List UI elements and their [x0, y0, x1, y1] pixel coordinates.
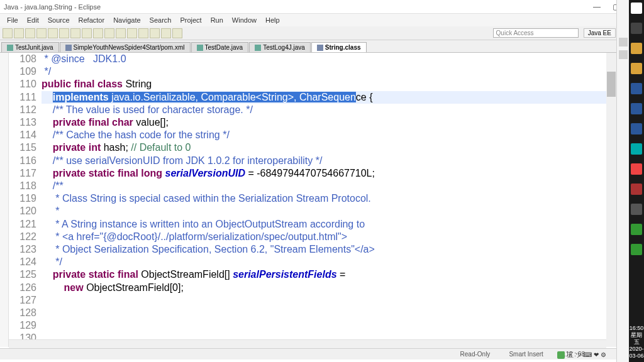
toolbar-button[interactable] [104, 28, 114, 38]
menu-bar: FileEditSourceRefactorNavigateSearchProj… [0, 14, 644, 26]
taskbar-icon[interactable] [631, 43, 642, 54]
toolbar: Quick Access Java EE Java [0, 26, 644, 40]
editor-tab[interactable]: TestJunit.java [1, 42, 59, 52]
menu-file[interactable]: File [3, 15, 23, 25]
status-insert: Smart Insert [509, 351, 543, 358]
ime-indicator[interactable]: 五 ツ ⌨ ❤ ⚙ [557, 351, 606, 359]
view-icon[interactable] [619, 50, 628, 59]
menu-navigate[interactable]: Navigate [109, 15, 145, 25]
menu-edit[interactable]: Edit [23, 15, 43, 25]
editor-tab[interactable]: SimpleYouthNewsSpider4Start/pom.xml [60, 42, 191, 52]
ime-icon [557, 351, 565, 359]
code-editor[interactable]: 1081091101111121131141151161171181191201… [0, 53, 616, 347]
toolbar-button[interactable] [116, 28, 126, 38]
taskbar-icon[interactable] [631, 224, 642, 235]
toolbar-button[interactable] [150, 28, 160, 38]
line-number-gutter: 1081091101111121131141151161171181191201… [9, 53, 42, 347]
taskbar-chrome-icon[interactable] [631, 163, 642, 175]
file-icon [317, 45, 323, 51]
menu-run[interactable]: Run [206, 15, 228, 25]
taskbar-icon[interactable] [631, 103, 642, 114]
editor-tabs: TestJunit.javaSimpleYouthNewsSpider4Star… [0, 40, 644, 53]
menu-refactor[interactable]: Refactor [74, 15, 109, 25]
file-icon [197, 45, 203, 51]
editor-tab[interactable]: String.class [311, 42, 367, 52]
taskbar-icon[interactable] [631, 83, 642, 94]
app-title: Java - java.lang.String - Eclipse [4, 3, 101, 11]
windows-taskbar: 16:50 星期五 2020-03-06 [629, 0, 644, 362]
toolbar-button[interactable] [14, 28, 24, 38]
taskbar-icon[interactable] [631, 123, 642, 134]
toolbar-button[interactable] [161, 28, 171, 38]
title-bar: Java - java.lang.String - Eclipse — ▢ ✕ [0, 0, 644, 14]
toolbar-button[interactable] [138, 28, 148, 38]
menu-help[interactable]: Help [261, 15, 284, 25]
view-icon[interactable] [619, 38, 628, 47]
minimize-button[interactable]: — [587, 0, 606, 14]
taskbar-icon[interactable] [631, 143, 642, 155]
perspective-javaee[interactable]: Java EE [584, 28, 616, 38]
toolbar-button[interactable] [93, 28, 103, 38]
editor-tab[interactable]: TestDate.java [191, 42, 249, 52]
toolbar-button[interactable] [172, 28, 182, 38]
toolbar-button[interactable] [70, 28, 80, 38]
right-trim-stack [616, 0, 629, 362]
toolbar-button[interactable] [82, 28, 92, 38]
toolbar-button[interactable] [36, 28, 47, 38]
tab-label: TestDate.java [205, 44, 243, 51]
status-bar: Read-Only Smart Insert 112 : 68 [0, 348, 616, 359]
vertical-ruler [0, 53, 9, 347]
tab-label: TestJunit.java [15, 44, 53, 51]
toolbar-button[interactable] [25, 28, 35, 38]
taskbar-icon[interactable] [631, 23, 642, 34]
tab-label: TestLog4J.java [263, 44, 305, 51]
file-icon [7, 45, 13, 51]
editor-tab[interactable]: TestLog4J.java [249, 42, 311, 52]
taskbar-icon[interactable] [631, 244, 642, 255]
taskbar-icon[interactable] [631, 63, 642, 74]
status-readonly: Read-Only [460, 351, 491, 358]
taskbar-icon[interactable] [631, 184, 642, 195]
file-icon [65, 45, 72, 51]
menu-window[interactable]: Window [228, 15, 261, 25]
horizontal-scrollbar[interactable] [9, 339, 606, 348]
menu-search[interactable]: Search [145, 15, 176, 25]
vertical-scrollbar[interactable] [606, 53, 616, 347]
toolbar-button[interactable] [59, 28, 69, 38]
menu-source[interactable]: Source [43, 15, 74, 25]
toolbar-button[interactable] [48, 28, 58, 38]
code-area[interactable]: * @since JDK1.0 */public final class Str… [42, 53, 616, 347]
quick-access-input[interactable]: Quick Access [493, 28, 579, 38]
toolbar-button[interactable] [127, 28, 137, 38]
scroll-thumb[interactable] [607, 72, 616, 97]
menu-project[interactable]: Project [175, 15, 206, 25]
taskbar-icon[interactable] [631, 204, 642, 215]
system-clock[interactable]: 16:50 星期五 2020-03-06 [629, 325, 644, 362]
tab-label: SimpleYouthNewsSpider4Start/pom.xml [74, 44, 185, 51]
toolbar-button[interactable] [3, 28, 13, 38]
taskbar-windows-icon[interactable] [631, 3, 642, 14]
file-icon [255, 45, 261, 51]
tab-label: String.class [325, 44, 361, 51]
